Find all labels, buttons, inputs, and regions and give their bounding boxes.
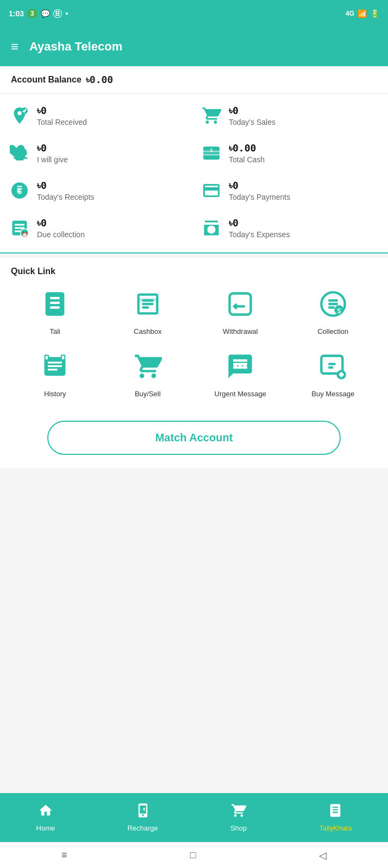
- expenses-label: Today's Expenses: [229, 230, 290, 239]
- svg-rect-4: [203, 154, 220, 156]
- svg-text:$: $: [210, 148, 212, 153]
- buy-msg-icon: [314, 347, 352, 385]
- buysell-icon: [129, 347, 167, 385]
- buysell-label: Buy/Sell: [135, 390, 161, 399]
- svg-rect-20: [48, 362, 62, 363]
- give-amount: ৳0: [37, 142, 68, 154]
- withdrawal-icon: [221, 285, 259, 323]
- stats-section: ৳0 Total Received ৳0 Today's Sales: [0, 94, 388, 254]
- tallykhata-label: TallyKhata: [319, 824, 352, 832]
- svg-point-27: [234, 363, 237, 367]
- receipts-label: Today's Receipts: [37, 193, 94, 201]
- collection-icon: $: [314, 285, 352, 323]
- bottom-nav: Home Recharge Shop TallyKhata: [0, 793, 388, 842]
- tali-label: Tali: [49, 327, 60, 337]
- payments-label: Today's Payments: [229, 193, 290, 201]
- balance-amount: ৳0.00: [86, 74, 113, 86]
- dot-icon: •: [65, 9, 68, 18]
- give-icon: [9, 143, 30, 167]
- stat-total-received[interactable]: ৳0 Total Received: [4, 103, 192, 131]
- give-label: I will give: [37, 155, 68, 164]
- quick-link-cashbox[interactable]: Cashbox: [104, 285, 192, 337]
- quick-link-urgent-message[interactable]: Urgent Message: [196, 347, 285, 399]
- android-menu-btn[interactable]: ≡: [61, 850, 67, 861]
- payments-icon: [201, 181, 222, 204]
- stat-receipts-content: ৳0 Today's Receipts: [37, 180, 94, 201]
- sales-amount: ৳0: [229, 105, 276, 117]
- home-icon: [38, 803, 53, 822]
- quick-link-collection[interactable]: $ Collection: [289, 285, 378, 337]
- stat-todays-payments[interactable]: ৳0 Today's Payments: [196, 178, 384, 206]
- signal-4g: 4G: [346, 10, 354, 17]
- header: ≡ Ayasha Telecom: [0, 27, 388, 66]
- svg-rect-13: [142, 303, 154, 305]
- signal-bars: 📶: [358, 9, 367, 18]
- cash-icon: $: [201, 143, 222, 167]
- quick-link-title: Quick Link: [11, 267, 377, 276]
- android-home-btn[interactable]: □: [190, 850, 196, 861]
- quick-link-buysell[interactable]: Buy/Sell: [104, 347, 192, 399]
- received-label: Total Received: [37, 118, 87, 126]
- status-left: 1:03 3 💬 B •: [9, 9, 68, 18]
- svg-rect-25: [46, 356, 48, 359]
- match-account-section: Match Account: [0, 408, 388, 468]
- nav-shop[interactable]: Shop: [230, 803, 247, 832]
- quick-link-tali[interactable]: Tali: [11, 285, 99, 337]
- svg-text:$: $: [337, 307, 341, 315]
- withdrawal-label: Withdrawal: [223, 327, 258, 337]
- status-right: 4G 📶 🔋: [346, 9, 379, 18]
- expenses-amount: ৳0: [229, 217, 290, 229]
- buy-msg-label: Buy Message: [311, 390, 354, 399]
- wifi-badge: 3: [27, 9, 37, 18]
- b-icon: B: [53, 9, 62, 18]
- tali-icon: [36, 285, 74, 323]
- account-balance-section: Account Balance ৳0.00: [0, 66, 388, 94]
- svg-point-28: [239, 363, 242, 367]
- history-icon: [36, 347, 74, 385]
- quick-link-buy-message[interactable]: Buy Message: [289, 347, 378, 399]
- quick-link-withdrawal[interactable]: Withdrawal: [196, 285, 285, 337]
- nav-home[interactable]: Home: [36, 803, 55, 832]
- urgent-msg-icon: [221, 347, 259, 385]
- received-icon: [9, 106, 30, 129]
- cashbox-icon: [129, 285, 167, 323]
- stat-total-cash[interactable]: $ ৳0.00 Total Cash: [196, 140, 384, 169]
- svg-rect-15: [230, 294, 251, 315]
- expenses-icon: [201, 218, 222, 242]
- receipts-amount: ৳0: [37, 180, 94, 192]
- menu-button[interactable]: ≡: [11, 39, 18, 54]
- android-nav-bar: ≡ □ ◁: [0, 842, 388, 868]
- home-label: Home: [36, 824, 55, 832]
- cashbox-label: Cashbox: [134, 327, 161, 337]
- stat-sales-content: ৳0 Today's Sales: [229, 105, 276, 126]
- cash-label: Total Cash: [229, 155, 265, 164]
- stat-i-will-give[interactable]: ৳0 I will give: [4, 140, 192, 169]
- nav-tallykhata[interactable]: TallyKhata: [319, 803, 352, 832]
- shop-icon: [231, 803, 246, 822]
- stat-give-content: ৳0 I will give: [37, 142, 68, 164]
- android-back-btn[interactable]: ◁: [319, 850, 327, 861]
- tallykhata-icon: [328, 803, 343, 822]
- svg-rect-26: [62, 356, 64, 359]
- stat-due-collection[interactable]: ⏰ ৳0 Due collection: [4, 215, 192, 244]
- svg-rect-21: [48, 365, 62, 367]
- due-label: Due collection: [37, 230, 85, 239]
- sales-icon: [201, 106, 222, 129]
- recharge-label: Recharge: [127, 824, 158, 832]
- message-icon: 💬: [41, 9, 50, 18]
- svg-rect-2: [16, 155, 24, 161]
- quick-link-history[interactable]: History: [11, 347, 99, 399]
- svg-point-29: [243, 363, 247, 367]
- payments-amount: ৳0: [229, 180, 290, 192]
- status-time: 1:03: [9, 9, 24, 18]
- stat-todays-expenses[interactable]: ৳0 Today's Expenses: [196, 215, 384, 244]
- svg-text:⏰: ⏰: [22, 231, 28, 238]
- quick-links-section: Quick Link Tali Cashbox: [0, 258, 388, 408]
- stat-received-content: ৳0 Total Received: [37, 105, 87, 126]
- match-account-button[interactable]: Match Account: [47, 421, 341, 455]
- svg-rect-14: [142, 306, 149, 308]
- svg-rect-22: [48, 369, 57, 370]
- stat-todays-sales[interactable]: ৳0 Today's Sales: [196, 103, 384, 131]
- stat-todays-receipts[interactable]: $ ৳0 Today's Receipts: [4, 178, 192, 206]
- nav-recharge[interactable]: Recharge: [127, 803, 158, 832]
